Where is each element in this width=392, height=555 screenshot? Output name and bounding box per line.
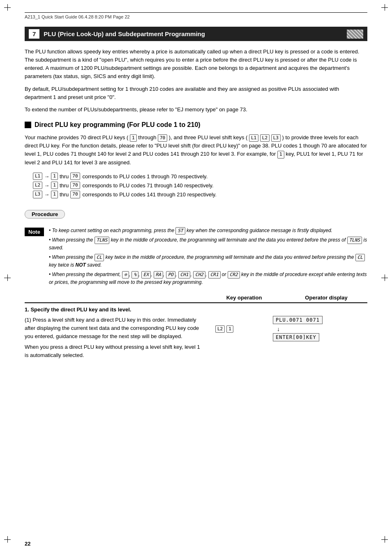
step-1-text: (1) Press a level shift key and a direct… [25,316,211,360]
disp-cell-1: PLU.0071 0071 ↓ ENTER[00]KEY [273,316,367,342]
note-item-3: • When pressing the CL key twice in the … [49,253,367,269]
arrow-l1: → [44,173,49,180]
key-cr1: CR1 [208,271,221,279]
column-header-row: Key operation Operator display [25,295,367,303]
note-item-4: • When pressing the department, ⊖, %, EX… [49,271,367,286]
key-l2-start: 1 [51,182,58,189]
key-pct: % [131,271,138,279]
subsection-title: Direct PLU key programming (For PLU code… [35,121,201,129]
section-stripe [347,30,363,39]
step-1-title: 1. Specify the direct PLU key and its le… [25,306,367,313]
key-st: ST [175,227,185,235]
key-cl: CL [95,254,104,261]
section-title: PLU (Price Look-Up) and Subdepartment Pr… [44,30,205,37]
key-l1: L1 [249,134,258,142]
note-content: • To keep current setting on each progra… [49,227,367,288]
key-ex: EX [141,271,151,279]
page-header: A213_1 Quick Start Guide 06.4.28 8:20 PM… [25,12,367,19]
desc-l2: corresponds to PLU codes 71 through 140 … [83,182,214,189]
key-ra: RA [154,271,163,279]
step-1-ops: L2 1 PLU.0071 0071 ↓ ENTER[00]KEY [211,316,367,344]
key-70: 70 [158,134,167,142]
crosshair-top-right [381,4,388,11]
step-1-section: 1. Specify the direct PLU key and its le… [25,306,367,360]
crosshair-mid-right [381,274,388,281]
thru-l1: thru [60,173,69,180]
display-box-2: ENTER[00]KEY [273,333,319,341]
arrow-l2: → [44,182,49,189]
key-l3: L3 [271,134,281,142]
col-operator-display: Operator display [285,295,367,301]
level-list: L1 → 1 thru 70 corresponds to PLU codes … [33,173,367,198]
key-op-cell-1: L2 1 [215,325,273,333]
key-l1-start: 1 [51,173,58,180]
key-l3-start: 1 [51,191,58,198]
key-ch1: CH1 [178,271,191,279]
subsection-square [25,122,31,128]
page-number: 22 [25,541,30,547]
level-item-l2: L2 → 1 thru 70 corresponds to PLU codes … [33,182,367,189]
header-text: A213_1 Quick Start Guide 06.4.28 8:20 PM… [25,14,130,19]
intro-p1: The PLU function allows speedy key entri… [25,48,367,81]
section-number: 7 [29,29,39,39]
page: A213_1 Quick Start Guide 06.4.28 8:20 PM… [0,0,392,555]
key-1b: 1 [277,151,284,158]
key-l1-list: L1 [33,173,42,180]
note-item-2: • When pressing the TLNS key in the midd… [49,236,367,252]
step-1-sub2: When you press a direct PLU key without … [25,343,203,359]
step-1-sub1-text: (1) Press a level shift key and a direct… [25,317,199,339]
arrow-l3: → [44,191,49,198]
key-1-op: 1 [226,325,233,333]
note-item-1: • To keep current setting on each progra… [49,227,367,235]
key-l1-end: 70 [70,173,80,180]
step-1-row: (1) Press a level shift key and a direct… [25,316,367,360]
down-arrow-1: ↓ [277,326,280,332]
key-tlns: TLNS [95,237,110,244]
intro-p3: To extend the number of PLUs/subdepartme… [25,106,367,114]
thru-l3: thru [60,191,69,198]
procedure-box: Procedure [25,210,65,219]
step-op-row-1: L2 1 PLU.0071 0071 ↓ ENTER[00]KEY [215,316,367,342]
key-l3-list: L3 [33,191,42,198]
key-ch2: CH2 [193,271,205,279]
crosshair-bottom-left [4,536,11,543]
direct-plu-text: Your machine provides 70 direct PLU keys… [25,134,367,167]
level-item-l1: L1 → 1 thru 70 corresponds to PLU codes … [33,173,367,180]
key-1: 1 [130,134,137,142]
crosshair-top-left [4,4,11,11]
col-key-operation: Key operation [203,295,285,301]
display-box-1: PLU.0071 0071 [273,316,323,324]
key-l2-list: L2 [33,182,42,189]
key-l2-end: 70 [70,182,80,189]
key-l3-end: 70 [70,191,80,198]
desc-l1: corresponds to PLU codes 1 through 70 re… [83,173,208,180]
key-cr2: CR2 [228,271,240,279]
desc-l3: corresponds to PLU codes 141 through 210… [83,191,217,198]
key-cl2: CL [355,254,365,261]
crosshair-mid-left [4,274,11,281]
intro-p2: By default, PLU/subdepartment setting fo… [25,85,367,101]
note-section: Note • To keep current setting on each p… [25,227,367,288]
level-item-l3: L3 → 1 thru 70 corresponds to PLU codes … [33,191,367,198]
section-heading: 7 PLU (Price Look-Up) and Subdepartment … [25,27,367,41]
crosshair-bottom-right [381,536,388,543]
subsection-heading: Direct PLU key programming (For PLU code… [25,121,367,129]
key-l2: L2 [260,134,270,142]
note-label: Note [25,228,44,236]
key-dept: ⊖ [122,271,129,279]
key-l2-op: L2 [215,325,225,333]
thru-l2: thru [60,182,69,189]
key-po: PO [166,271,175,279]
key-tlns2: TLNS [347,237,362,244]
